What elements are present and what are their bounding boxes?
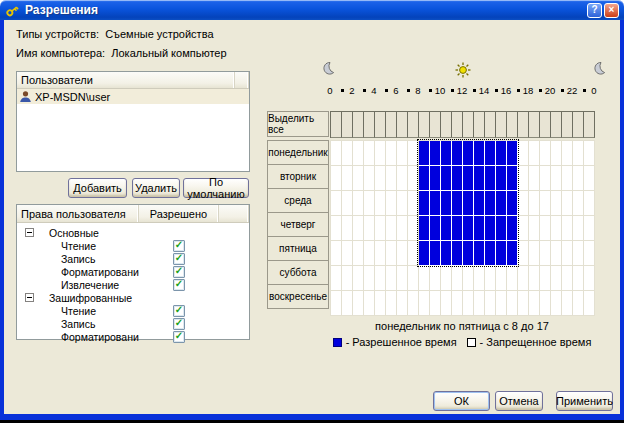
schedule-cell[interactable] [573, 266, 584, 291]
day-button[interactable]: суббота [267, 260, 329, 285]
schedule-cell[interactable] [485, 141, 496, 166]
schedule-cell[interactable] [507, 191, 518, 216]
schedule-cell[interactable] [375, 216, 386, 241]
schedule-cell[interactable] [441, 191, 452, 216]
hour-column-button[interactable] [419, 112, 430, 138]
schedule-cell[interactable] [584, 266, 595, 291]
day-button[interactable]: воскресенье [267, 284, 329, 309]
schedule-cell[interactable] [364, 191, 375, 216]
schedule-cell[interactable] [573, 241, 584, 266]
schedule-cell[interactable] [584, 216, 595, 241]
hour-column-button[interactable] [507, 112, 518, 138]
remove-user-button[interactable]: Удалить [132, 178, 180, 198]
schedule-cell[interactable] [562, 241, 573, 266]
schedule-cell[interactable] [518, 216, 529, 241]
schedule-cell[interactable] [364, 241, 375, 266]
user-list-item[interactable]: XP-MSDN\user [17, 89, 249, 104]
schedule-cell[interactable] [386, 216, 397, 241]
schedule-cell[interactable] [485, 216, 496, 241]
schedule-cell[interactable] [375, 191, 386, 216]
schedule-cell[interactable] [452, 241, 463, 266]
day-button[interactable]: вторник [267, 164, 329, 189]
schedule-cell[interactable] [452, 141, 463, 166]
hour-column-button[interactable] [551, 112, 562, 138]
hour-column-button[interactable] [562, 112, 573, 138]
schedule-cell[interactable] [573, 166, 584, 191]
schedule-cell[interactable] [364, 166, 375, 191]
hour-column-button[interactable] [529, 112, 540, 138]
schedule-cell[interactable] [353, 291, 364, 316]
day-button[interactable]: пятница [267, 236, 329, 261]
title-bar[interactable]: Разрешения ? × [0, 0, 624, 20]
schedule-cell[interactable] [419, 141, 430, 166]
schedule-cell[interactable] [342, 291, 353, 316]
schedule-cell[interactable] [353, 191, 364, 216]
schedule-cell[interactable] [331, 241, 342, 266]
schedule-cell[interactable] [507, 291, 518, 316]
schedule-cell[interactable] [441, 141, 452, 166]
schedule-cell[interactable] [507, 216, 518, 241]
schedule-cell[interactable] [474, 166, 485, 191]
schedule-cell[interactable] [474, 241, 485, 266]
schedule-cell[interactable] [485, 191, 496, 216]
schedule-cell[interactable] [540, 166, 551, 191]
schedule-cell[interactable] [496, 191, 507, 216]
schedule-cell[interactable] [342, 241, 353, 266]
schedule-cell[interactable] [441, 241, 452, 266]
schedule-cell[interactable] [441, 291, 452, 316]
users-header-main[interactable]: Пользователи [17, 72, 235, 88]
schedule-cell[interactable] [507, 266, 518, 291]
permission-checkbox[interactable]: ✓ [173, 331, 185, 343]
permission-checkbox[interactable]: ✓ [173, 305, 185, 317]
default-user-button[interactable]: По умолчанию [183, 178, 249, 198]
day-button[interactable]: понедельник [267, 140, 329, 165]
schedule-cell[interactable] [584, 191, 595, 216]
hour-column-button[interactable] [452, 112, 463, 138]
schedule-cell[interactable] [397, 241, 408, 266]
schedule-cell[interactable] [496, 216, 507, 241]
schedule-cell[interactable] [441, 166, 452, 191]
select-all-button[interactable]: Выделить все [267, 111, 329, 137]
schedule-cell[interactable] [342, 166, 353, 191]
schedule-cell[interactable] [375, 266, 386, 291]
schedule-cell[interactable] [463, 141, 474, 166]
schedule-cell[interactable] [562, 291, 573, 316]
schedule-cell[interactable] [419, 216, 430, 241]
schedule-cell[interactable] [441, 266, 452, 291]
schedule-cell[interactable] [331, 216, 342, 241]
add-user-button[interactable]: Добавить [68, 178, 127, 198]
schedule-cell[interactable] [342, 191, 353, 216]
schedule-cell[interactable] [474, 141, 485, 166]
schedule-cell[interactable] [540, 241, 551, 266]
schedule-cell[interactable] [353, 266, 364, 291]
schedule-cell[interactable] [419, 191, 430, 216]
schedule-cell[interactable] [463, 216, 474, 241]
schedule-cell[interactable] [386, 266, 397, 291]
schedule-cell[interactable] [353, 241, 364, 266]
schedule-cell[interactable] [408, 141, 419, 166]
schedule-cell[interactable] [485, 166, 496, 191]
schedule-cell[interactable] [364, 266, 375, 291]
permission-checkbox[interactable]: ✓ [173, 240, 185, 252]
schedule-cell[interactable] [408, 266, 419, 291]
schedule-cell[interactable] [551, 266, 562, 291]
hour-column-button[interactable] [353, 112, 364, 138]
schedule-cell[interactable] [342, 266, 353, 291]
schedule-cell[interactable] [331, 141, 342, 166]
help-button[interactable]: ? [587, 3, 602, 18]
schedule-cell[interactable] [573, 216, 584, 241]
schedule-cell[interactable] [342, 216, 353, 241]
schedule-cell[interactable] [529, 241, 540, 266]
schedule-cell[interactable] [452, 166, 463, 191]
hour-column-button[interactable] [397, 112, 408, 138]
schedule-cell[interactable] [573, 291, 584, 316]
schedule-cell[interactable] [584, 241, 595, 266]
schedule-cell[interactable] [518, 141, 529, 166]
schedule-cell[interactable] [529, 141, 540, 166]
close-button[interactable]: × [604, 3, 619, 18]
schedule-cell[interactable] [397, 291, 408, 316]
permission-checkbox[interactable]: ✓ [173, 279, 185, 291]
schedule-cell[interactable] [353, 166, 364, 191]
schedule-cell[interactable] [551, 241, 562, 266]
schedule-cell[interactable] [551, 166, 562, 191]
